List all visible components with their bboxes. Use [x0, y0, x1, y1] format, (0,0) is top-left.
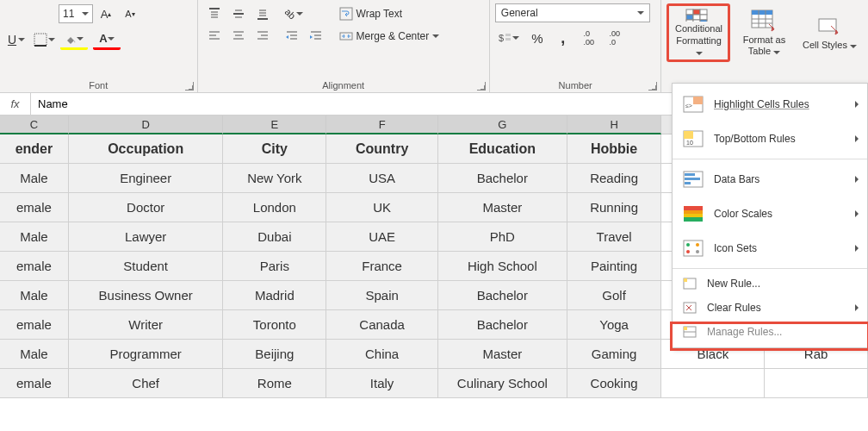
number-dialog-launcher[interactable]	[648, 82, 657, 91]
cell[interactable]	[765, 369, 868, 398]
menu-clear-rules[interactable]: Clear Rules	[673, 296, 867, 320]
format-as-table-button[interactable]: Format as Table	[732, 3, 796, 62]
cell[interactable]: USA	[326, 164, 438, 193]
col-header-e[interactable]: E	[223, 116, 326, 134]
cell[interactable]: Hobbie	[567, 134, 662, 164]
align-left-button[interactable]	[203, 26, 226, 47]
cell[interactable]: Madrid	[223, 281, 326, 310]
menu-highlight-cells[interactable]: ≤> Highlight Cells Rules	[673, 87, 867, 122]
menu-new-rule[interactable]: New Rule...	[673, 272, 867, 296]
menu-color-scales[interactable]: Color Scales	[673, 197, 867, 231]
col-header-c[interactable]: C	[0, 116, 69, 134]
cell[interactable]: Chef	[69, 369, 224, 398]
cell[interactable]: Painting	[567, 252, 662, 281]
align-right-button[interactable]	[251, 26, 274, 47]
align-middle-button[interactable]	[227, 3, 250, 24]
cell[interactable]: City	[223, 134, 326, 164]
cell[interactable]: Reading	[567, 164, 662, 193]
cell[interactable]: ender	[0, 134, 69, 164]
wrap-text-button[interactable]: Wrap Text	[334, 3, 445, 24]
cell[interactable]: China	[326, 340, 438, 369]
menu-top-bottom[interactable]: 10 Top/Bottom Rules	[673, 122, 867, 156]
cell[interactable]: emale	[0, 310, 69, 340]
cell[interactable]: Doctor	[69, 193, 224, 222]
cell[interactable]: UAE	[326, 222, 438, 252]
fill-color-button[interactable]	[60, 29, 88, 50]
cell[interactable]: Canada	[326, 310, 438, 340]
cell[interactable]: PhD	[438, 222, 567, 252]
increase-indent-button[interactable]	[305, 26, 327, 47]
align-center-button[interactable]	[227, 26, 250, 47]
cell[interactable]: emale	[0, 369, 69, 398]
increase-decimal-button[interactable]: .0.00	[578, 28, 600, 48]
decrease-font-button[interactable]: A▾	[119, 3, 141, 24]
cell[interactable]: Country	[326, 134, 438, 164]
percent-button[interactable]: %	[526, 28, 549, 48]
cell[interactable]: Spain	[326, 281, 438, 310]
cell[interactable]: London	[223, 193, 326, 222]
align-bottom-button[interactable]	[251, 3, 274, 24]
menu-icon-sets[interactable]: Icon Sets	[673, 231, 867, 265]
cell[interactable]: Yoga	[567, 310, 662, 340]
orientation-button[interactable]: ab	[281, 3, 308, 24]
cell[interactable]: High School	[438, 252, 567, 281]
cell[interactable]: Programmer	[69, 340, 224, 369]
merge-center-button[interactable]: Merge & Center	[334, 26, 445, 47]
font-dialog-launcher[interactable]	[185, 82, 194, 91]
cell[interactable]: Education	[438, 134, 567, 164]
cell[interactable]: Running	[567, 193, 662, 222]
cell[interactable]: Master	[438, 193, 567, 222]
cell[interactable]: France	[326, 252, 438, 281]
number-format-select[interactable]: General	[495, 3, 650, 22]
decrease-decimal-button[interactable]: .00.0	[604, 28, 626, 48]
cell[interactable]: Rome	[223, 369, 326, 398]
alignment-dialog-launcher[interactable]	[477, 82, 486, 91]
cell-styles-button[interactable]: Cell Styles	[797, 3, 861, 62]
cell[interactable]: Golf	[567, 281, 662, 310]
cell[interactable]: Travel	[567, 222, 662, 252]
cell[interactable]: Master	[438, 340, 567, 369]
fx-label[interactable]: fx	[0, 93, 31, 115]
conditional-formatting-button[interactable]: ≠ Conditional Formatting	[666, 3, 730, 62]
cell[interactable]: Business Owner	[69, 281, 224, 310]
cell[interactable]: Male	[0, 222, 69, 252]
col-header-h[interactable]: H	[567, 116, 662, 134]
cell[interactable]: Toronto	[223, 310, 326, 340]
font-size-input[interactable]: 11	[59, 4, 93, 23]
cell[interactable]: Male	[0, 164, 69, 193]
increase-font-button[interactable]: A▴	[95, 3, 117, 24]
col-header-g[interactable]: G	[438, 116, 567, 134]
cell[interactable]: UK	[326, 193, 438, 222]
cell[interactable]: Occupation	[69, 134, 224, 164]
cell[interactable]: Student	[69, 252, 224, 281]
menu-manage-rules[interactable]: Manage Rules...	[673, 320, 867, 344]
col-header-f[interactable]: F	[326, 116, 438, 134]
cell[interactable]: Culinary School	[438, 369, 567, 398]
cell[interactable]: Bachelor	[438, 310, 567, 340]
cell[interactable]: Bachelor	[438, 281, 567, 310]
cell[interactable]: Italy	[326, 369, 438, 398]
col-header-d[interactable]: D	[69, 116, 224, 134]
cell[interactable]: Writer	[69, 310, 224, 340]
cell[interactable]: Dubai	[223, 222, 326, 252]
cell[interactable]: Lawyer	[69, 222, 224, 252]
cell[interactable]: Cooking	[567, 369, 662, 398]
cell[interactable]: emale	[0, 193, 69, 222]
cell[interactable]: Beijing	[223, 340, 326, 369]
font-color-button[interactable]: A	[93, 29, 121, 50]
cell[interactable]: Gaming	[567, 340, 662, 369]
underline-button[interactable]: U	[5, 29, 28, 50]
menu-data-bars[interactable]: Data Bars	[673, 162, 867, 197]
comma-button[interactable]: ,	[552, 28, 574, 48]
cell[interactable]: Male	[0, 340, 69, 369]
cell[interactable]: emale	[0, 252, 69, 281]
decrease-indent-button[interactable]	[281, 26, 303, 47]
align-top-button[interactable]	[203, 3, 226, 24]
cell[interactable]: Male	[0, 281, 69, 310]
cell[interactable]: Bachelor	[438, 164, 567, 193]
border-button[interactable]	[33, 29, 55, 50]
cell[interactable]: Engineer	[69, 164, 224, 193]
cell[interactable]: New York	[223, 164, 326, 193]
accounting-format-button[interactable]: $	[495, 28, 523, 48]
cell[interactable]: Paris	[223, 252, 326, 281]
